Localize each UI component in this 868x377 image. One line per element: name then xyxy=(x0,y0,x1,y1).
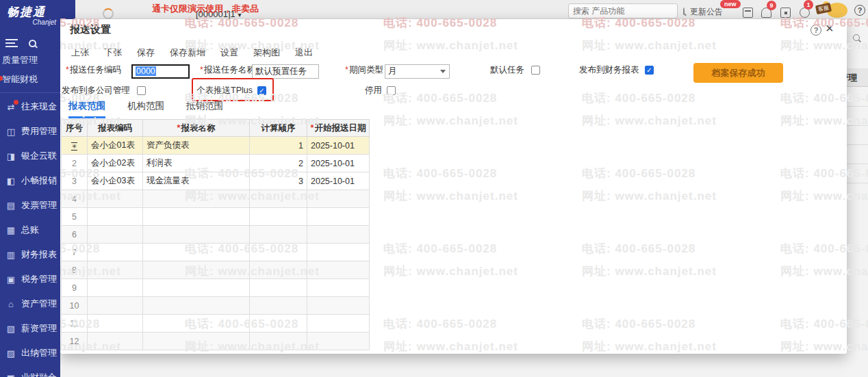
table-row[interactable]: 3会小企03表现金流量表32025-10-01 xyxy=(62,172,370,190)
toolbar-button-保存[interactable]: 保存 xyxy=(137,47,155,59)
search-input[interactable] xyxy=(569,6,683,16)
report-range-table: 序号报表编码*报表名称计算顺序*开始报送日期 ✳会小企01表资产负债表12025… xyxy=(61,119,370,350)
tab-报表范围[interactable]: 报表范围 xyxy=(68,100,105,118)
table-row[interactable]: 8 xyxy=(62,261,370,279)
toolbar-button-保存新增[interactable]: 保存新增 xyxy=(170,47,205,59)
sidebar-item-小畅报销[interactable]: ◧小畅报销 xyxy=(0,168,60,193)
demo-license-notice: 通卡仅限演示使用，非卖品 xyxy=(152,3,259,15)
sidebar-item-财务报表[interactable]: ▥财务报表 xyxy=(0,242,60,267)
toolbar-button-设置[interactable]: 设置 xyxy=(220,47,238,59)
column-header-计算顺序: 计算顺序 xyxy=(250,120,307,137)
sidebar-item-label: 税务管理 xyxy=(21,273,57,285)
sidebar-divider xyxy=(0,92,60,93)
table-row[interactable]: 6 xyxy=(62,226,370,244)
default-task-checkbox[interactable] xyxy=(531,66,540,75)
toolbar-button-架构图[interactable]: 架构图 xyxy=(253,47,280,59)
sidebar-item-往来现金[interactable]: ⇄往来现金 xyxy=(0,94,60,119)
report-settings-dialog: 报送设置 ? × 上张下张保存保存新增设置架构图退出 *报送任务编码 0000 … xyxy=(60,19,847,354)
sidebar-item-费用管理[interactable]: ◫费用管理 xyxy=(0,119,60,144)
logo-background xyxy=(60,0,75,19)
table-row[interactable]: 10 xyxy=(62,297,370,315)
task-name-input[interactable]: 默认预置任务 xyxy=(252,64,319,79)
publish-finance-checkbox[interactable]: ✓ xyxy=(645,66,654,75)
table-row[interactable]: 12 xyxy=(62,333,370,350)
sidebar-item-label: 薪资管理 xyxy=(21,322,57,335)
sidebar-item-label: 总账 xyxy=(21,224,39,236)
column-header-报表名称: *报表名称 xyxy=(143,120,250,137)
sidebar-item-发票管理[interactable]: ▤发票管理 xyxy=(0,193,60,218)
global-search[interactable] xyxy=(568,3,678,18)
menu-icon[interactable] xyxy=(5,39,18,47)
publish-finance-label: 发布到财务报表 xyxy=(579,64,639,76)
sidebar: 质量管理 智能财税 ⇄往来现金◫费用管理◨银企云联◧小畅报销▤发票管理▦总账▥财… xyxy=(0,31,60,377)
cashier-icon: ▨ xyxy=(5,348,16,359)
default-task-label: 默认任务 xyxy=(490,64,524,76)
new-badge: new xyxy=(720,0,741,8)
tab-抵销范围[interactable]: 抵销范围 xyxy=(186,100,223,118)
sidebar-item-出纳管理[interactable]: ▨出纳管理 xyxy=(0,341,60,365)
toolbar-button-上张[interactable]: 上张 xyxy=(71,47,89,59)
dialog-tabs: 报表范围机构范围抵销范围 xyxy=(68,100,223,118)
task-name-label: *报送任务名称 xyxy=(200,64,255,76)
notification-dot xyxy=(14,100,18,105)
sidebar-search-icon[interactable] xyxy=(29,40,36,47)
sidebar-item-label: 业财融合 xyxy=(21,372,57,377)
table-row[interactable]: 9 xyxy=(62,279,370,297)
toolbar-button-退出[interactable]: 退出 xyxy=(295,47,313,59)
sidebar-group-smart-finance[interactable]: 智能财税 xyxy=(0,66,60,86)
table-row[interactable]: ✳会小企01表资产负债表12025-10-01 xyxy=(62,137,370,155)
tplus-push-label: 个表推送TPlus xyxy=(196,85,253,96)
sidebar-item-资产管理[interactable]: ⌂资产管理 xyxy=(0,291,60,316)
close-icon[interactable]: × xyxy=(826,21,834,36)
column-header-报表编码: 报表编码 xyxy=(88,120,143,137)
column-header-开始报送日期: *开始报送日期 xyxy=(307,120,370,137)
dialog-toolbar: 上张下张保存保存新增设置架构图退出 xyxy=(71,47,313,59)
reimburse-icon: ◧ xyxy=(5,176,16,186)
calendar-icon[interactable] xyxy=(743,8,753,18)
sidebar-item-label: 小畅报销 xyxy=(21,174,57,187)
sidebar-item-label: 出纳管理 xyxy=(21,347,57,359)
task-code-label: *报送任务编码 xyxy=(66,64,121,76)
sidebar-item-总账[interactable]: ▦总账 xyxy=(0,218,60,242)
bank-cloud-icon: ◨ xyxy=(5,151,16,161)
sidebar-item-税务管理[interactable]: ▣税务管理 xyxy=(0,267,60,291)
sidebar-item-list: ⇄往来现金◫费用管理◨银企云联◧小畅报销▤发票管理▦总账▥财务报表▣税务管理⌂资… xyxy=(0,94,60,377)
table-row[interactable]: 4 xyxy=(62,190,370,208)
period-type-label: *期间类型 xyxy=(345,64,383,76)
background-search-icon xyxy=(853,34,860,41)
help-icon[interactable]: ? xyxy=(854,5,865,16)
table-row[interactable]: 11 xyxy=(62,315,370,333)
chevron-down-icon xyxy=(440,70,446,73)
save-success-toast: 档案保存成功 xyxy=(693,63,783,83)
monitor-icon[interactable] xyxy=(780,8,791,18)
task-code-input[interactable]: 0000 xyxy=(131,64,190,79)
product-logo-icon xyxy=(103,8,114,19)
sidebar-item-label: 资产管理 xyxy=(21,298,57,310)
toolbar-button-下张[interactable]: 下张 xyxy=(104,47,122,59)
asset-icon: ⌂ xyxy=(5,299,16,309)
ledger-icon: ▦ xyxy=(5,225,16,235)
dialog-help-icon[interactable]: ? xyxy=(810,25,821,36)
app-logo: 畅捷通 Chanjet xyxy=(0,0,60,31)
report-icon: ▥ xyxy=(5,250,16,260)
sidebar-item-银企云联[interactable]: ◨银企云联 xyxy=(0,144,60,168)
customer-service-mascot[interactable]: 客服 xyxy=(816,1,847,19)
sidebar-group-quality[interactable]: 质量管理 xyxy=(0,47,60,66)
multi-company-checkbox[interactable] xyxy=(137,86,146,95)
table-row[interactable]: 2会小企02表利润表22025-10-01 xyxy=(62,155,370,172)
table-row[interactable]: 5 xyxy=(62,208,370,226)
sidebar-item-label: 往来现金 xyxy=(21,101,57,113)
sidebar-item-业财融合[interactable]: ◩业财融合 xyxy=(0,365,60,377)
expense-icon: ◫ xyxy=(5,127,16,137)
disable-checkbox[interactable] xyxy=(387,86,396,95)
tab-机构范围[interactable]: 机构范围 xyxy=(127,100,164,118)
transfer-icon: ⇄ xyxy=(5,102,16,112)
logo-chinese-text: 畅捷通 xyxy=(0,4,60,20)
sidebar-item-薪资管理[interactable]: ▧薪资管理 xyxy=(0,316,60,341)
update-announcement-link[interactable]: 更新公告 xyxy=(690,6,723,18)
search-icon[interactable] xyxy=(683,8,685,15)
tplus-push-checkbox[interactable]: ✓ xyxy=(257,86,266,95)
table-row[interactable]: 7 xyxy=(62,244,370,261)
period-type-select[interactable]: 月 xyxy=(385,64,450,79)
disable-label: 停用 xyxy=(365,85,382,96)
